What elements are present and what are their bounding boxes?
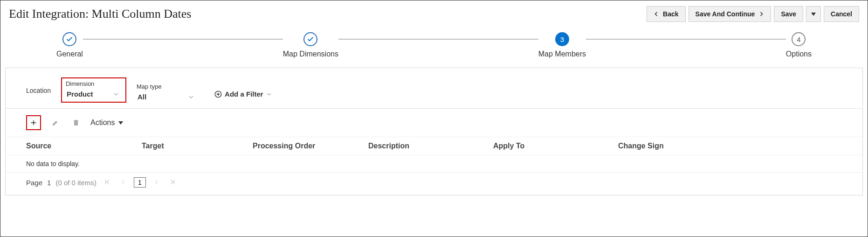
page-input[interactable] [134, 177, 146, 188]
step-label: Map Members [538, 50, 586, 58]
step-label: Options [786, 50, 812, 58]
cancel-button[interactable]: Cancel [824, 6, 859, 22]
edit-row-button[interactable] [49, 117, 62, 129]
step-map-dimensions[interactable]: Map Dimensions [283, 32, 338, 58]
check-icon [307, 35, 314, 43]
chevron-left-icon [654, 11, 659, 17]
chevron-down-icon [188, 94, 194, 100]
actions-label: Actions [90, 118, 115, 127]
main-panel: Location Dimension Product Map type All … [5, 68, 863, 195]
save-and-continue-button[interactable]: Save And Continue [689, 6, 772, 22]
trash-icon [72, 119, 80, 126]
chevron-left-icon [121, 180, 126, 185]
header-buttons: Back Save And Continue Save Cancel [647, 6, 859, 22]
save-label: Save [781, 10, 796, 18]
save-continue-label: Save And Continue [696, 10, 755, 18]
table-toolbar: Actions [6, 109, 862, 137]
col-source: Source [26, 142, 138, 150]
save-button[interactable]: Save [774, 6, 803, 22]
col-change-sign: Change Sign [618, 142, 758, 150]
plus-icon [30, 119, 37, 126]
filters-row: Location Dimension Product Map type All … [6, 68, 862, 109]
col-processing-order: Processing Order [253, 142, 365, 150]
col-target: Target [142, 142, 249, 150]
location-label: Location [26, 87, 51, 94]
page-label: Page [26, 179, 42, 187]
pager-last[interactable] [166, 179, 179, 187]
chevron-down-icon [266, 91, 272, 97]
dimension-label: Dimension [66, 80, 122, 87]
page-count: (0 of 0 items) [55, 179, 96, 187]
step-circle-done [303, 32, 317, 46]
dimension-value: Product [67, 90, 93, 98]
pager: Page 1 (0 of 0 items) [6, 173, 862, 195]
page-number: 1 [47, 179, 51, 187]
map-type-select[interactable]: Map type All [137, 83, 197, 103]
step-label: General [56, 50, 83, 58]
step-connector [83, 39, 283, 40]
step-label: Map Dimensions [283, 50, 338, 58]
cancel-label: Cancel [831, 10, 852, 18]
go-last-icon [169, 179, 176, 185]
step-options[interactable]: 4 Options [786, 32, 812, 58]
step-circle-pending: 4 [792, 32, 806, 46]
page-title: Edit Integration: Multi Column Dates [9, 7, 191, 21]
go-first-icon [104, 179, 110, 185]
add-filter-label: Add a Filter [225, 90, 263, 98]
caret-down-icon [118, 121, 123, 125]
step-circle-done [62, 32, 76, 46]
back-label: Back [663, 10, 678, 18]
table-header: Source Target Processing Order Descripti… [6, 137, 862, 155]
check-icon [66, 35, 73, 43]
step-map-members[interactable]: 3 Map Members [538, 32, 586, 58]
pager-prev[interactable] [118, 179, 129, 187]
plus-circle-icon [214, 91, 222, 98]
col-description: Description [368, 142, 489, 150]
step-circle-active: 3 [555, 32, 569, 46]
col-apply-to: Apply To [493, 142, 614, 150]
chevron-right-icon [153, 180, 159, 185]
add-filter-button[interactable]: Add a Filter [214, 90, 272, 98]
back-button[interactable]: Back [647, 6, 685, 22]
wizard-stepper: General Map Dimensions 3 Map Members 4 O… [0, 22, 868, 64]
chevron-right-icon [758, 11, 764, 17]
step-general[interactable]: General [56, 32, 83, 58]
delete-row-button[interactable] [70, 117, 82, 129]
pager-first[interactable] [101, 179, 113, 187]
actions-menu[interactable]: Actions [90, 118, 123, 127]
pencil-icon [52, 119, 59, 126]
map-type-label: Map type [137, 83, 197, 90]
add-row-button[interactable] [26, 115, 41, 130]
dimension-select[interactable]: Dimension Product [61, 77, 126, 103]
step-connector [338, 39, 538, 40]
step-connector [586, 39, 786, 40]
save-dropdown-button[interactable] [806, 6, 821, 22]
caret-down-icon [811, 13, 816, 16]
chevron-down-icon [113, 91, 119, 97]
pager-next[interactable] [151, 179, 162, 187]
table-empty-message: No data to display. [6, 155, 862, 173]
map-type-value: All [138, 93, 146, 101]
